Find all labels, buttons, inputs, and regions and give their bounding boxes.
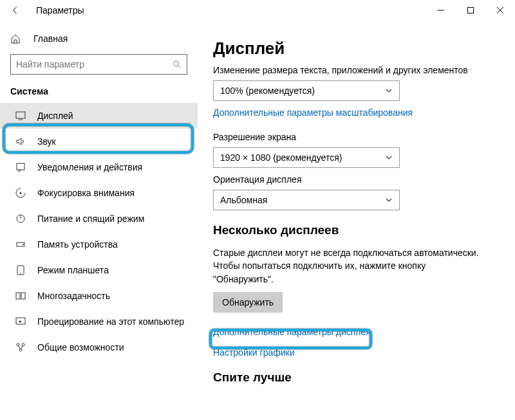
power-icon [15, 214, 26, 224]
sidebar-item-label: Режим планшета [37, 265, 109, 275]
sidebar-item-notifications[interactable]: Уведомления и действия [0, 154, 198, 180]
search-input[interactable] [16, 59, 173, 69]
window-controls [426, 0, 515, 21]
scale-value: 100% (рекомендуется) [220, 86, 315, 96]
notifications-icon [15, 162, 26, 172]
svg-point-15 [20, 273, 21, 274]
maximize-button[interactable] [456, 0, 485, 21]
svg-rect-17 [21, 293, 25, 299]
svg-point-9 [20, 192, 22, 194]
sidebar-item-label: Проецирование на этот компьютер [37, 316, 184, 327]
sidebar-item-label: Фокусировка внимания [37, 188, 135, 198]
back-button[interactable] [8, 3, 23, 18]
sidebar-item-label: Многозадачность [37, 291, 110, 301]
chevron-down-icon [385, 154, 393, 161]
sidebar-item-shared[interactable]: Общие возможности [0, 334, 198, 360]
graphics-settings-link[interactable]: Настройки графики [213, 347, 500, 358]
scale-dropdown[interactable]: 100% (рекомендуется) [213, 80, 400, 101]
minimize-button[interactable] [426, 0, 456, 21]
resolution-value: 1920 × 1080 (рекомендуется) [220, 152, 342, 163]
sidebar-item-focus[interactable]: Фокусировка внимания [0, 180, 198, 206]
multi-displays-heading: Несколько дисплеев [213, 223, 500, 237]
svg-point-13 [23, 244, 24, 245]
sidebar-item-sound[interactable]: Звук [0, 129, 198, 154]
sidebar-item-label: Питание и спящий режим [37, 214, 144, 224]
content-area: Дисплей Изменение размера текста, прилож… [198, 21, 515, 420]
sidebar-home-label: Главная [33, 33, 68, 44]
svg-line-5 [178, 66, 181, 68]
home-icon [10, 33, 21, 44]
focus-icon [15, 188, 26, 198]
sidebar-item-label: Уведомления и действия [37, 162, 142, 172]
sidebar-section-title: Система [0, 86, 198, 103]
svg-point-19 [17, 343, 19, 346]
orientation-label: Ориентация дисплея [213, 174, 500, 185]
sidebar-item-tablet[interactable]: Режим планшета [0, 257, 198, 283]
search-input-container[interactable] [10, 54, 187, 75]
sidebar-item-label: Звук [37, 136, 56, 147]
svg-rect-16 [16, 293, 20, 299]
detect-button[interactable]: Обнаружить [213, 292, 283, 313]
multi-displays-text: Старые дисплеи могут не всегда подключат… [213, 246, 483, 286]
tablet-icon [15, 265, 26, 275]
svg-point-4 [174, 61, 179, 66]
advanced-display-link[interactable]: Дополнительные параметры дисплея [213, 327, 500, 337]
storage-icon [15, 239, 26, 250]
svg-rect-1 [468, 8, 474, 14]
multitasking-icon [15, 291, 26, 301]
sidebar-item-label: Память устройства [37, 239, 118, 250]
svg-point-20 [22, 343, 24, 346]
sidebar-item-label: Дисплей [37, 111, 73, 121]
sidebar: Главная Система Дисплей Звук Уведомления… [0, 21, 198, 420]
sidebar-item-power[interactable]: Питание и спящий режим [0, 206, 198, 232]
resolution-label: Разрешение экрана [213, 132, 500, 142]
chevron-down-icon [385, 196, 393, 204]
shared-icon [15, 342, 26, 352]
projecting-icon [15, 316, 26, 327]
chevron-down-icon [385, 87, 393, 95]
svg-point-21 [19, 349, 22, 351]
titlebar: Параметры [0, 0, 515, 21]
sidebar-item-multitasking[interactable]: Многозадачность [0, 283, 198, 309]
search-icon [173, 60, 182, 69]
svg-rect-6 [16, 112, 25, 118]
sidebar-item-display[interactable]: Дисплей [0, 103, 198, 129]
sidebar-home[interactable]: Главная [0, 30, 198, 48]
sidebar-item-storage[interactable]: Память устройства [0, 232, 198, 257]
sleep-better-heading: Спите лучше [213, 370, 500, 385]
scale-label: Изменение размера текста, приложений и д… [213, 65, 500, 75]
resolution-dropdown[interactable]: 1920 × 1080 (рекомендуется) [213, 147, 400, 168]
page-title: Дисплей [213, 39, 500, 59]
orientation-dropdown[interactable]: Альбомная [213, 190, 400, 210]
display-icon [15, 111, 26, 121]
orientation-value: Альбомная [220, 195, 267, 205]
svg-rect-8 [17, 163, 24, 170]
close-button[interactable] [485, 0, 515, 21]
scale-advanced-link[interactable]: Дополнительные параметры масштабирования [213, 107, 413, 118]
window-title: Параметры [36, 5, 84, 15]
sound-icon [15, 136, 26, 147]
sidebar-item-projecting[interactable]: Проецирование на этот компьютер [0, 309, 198, 334]
sidebar-item-label: Общие возможности [37, 342, 124, 352]
